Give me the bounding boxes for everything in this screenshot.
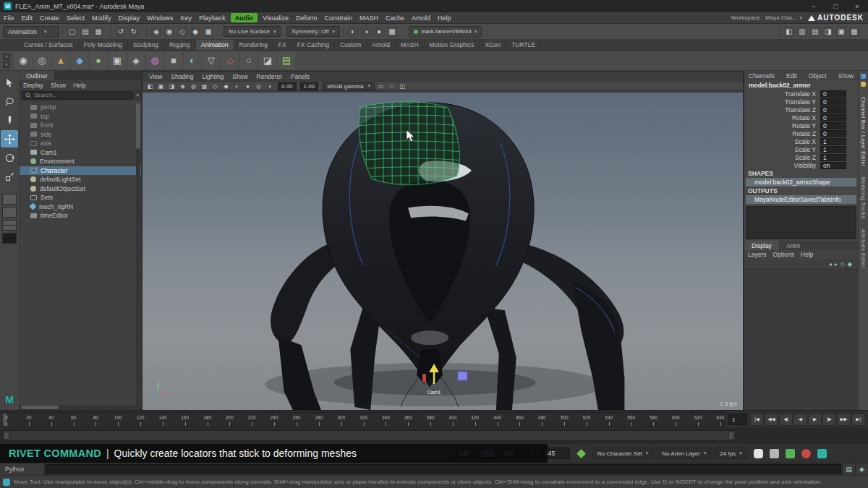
panel-tab-modeling-toolkit[interactable]: Modeling Toolkit (861, 177, 866, 219)
outliner-item-environment[interactable]: Environment (20, 157, 141, 166)
viewport-menu-renderer[interactable]: Renderer (253, 73, 286, 80)
lighting-icon[interactable]: ● (243, 83, 252, 90)
outliner-item-cam1[interactable]: Cam1 (20, 148, 141, 158)
tab-anim[interactable]: Anim (779, 241, 807, 250)
fps-selector[interactable]: 24 fps▾ (715, 448, 746, 459)
move-layer-up-icon[interactable]: ◂ (829, 261, 832, 267)
next-key-button[interactable]: ▶▶ (837, 414, 851, 426)
select-by-component-icon[interactable]: ◨ (167, 83, 176, 90)
wireframe-icon[interactable]: ◇ (210, 83, 220, 90)
snap-point-icon[interactable]: ◇ (176, 26, 188, 38)
layer-menu-options[interactable]: Options (773, 251, 794, 258)
outliner-menu-show[interactable]: Show (51, 82, 66, 89)
snap-grid-icon[interactable]: ◈ (150, 26, 162, 38)
viewport-canvas[interactable]: Cam1 2.8 fps (142, 93, 743, 411)
channel-rotate-y[interactable]: Rotate Y0 (744, 121, 858, 129)
shelf-icon-10[interactable]: ◐ (184, 52, 201, 69)
shelf-tab-sculpting[interactable]: Sculpting (128, 40, 164, 50)
menu-deform[interactable]: Deform (292, 12, 321, 23)
layer-list-area[interactable] (744, 269, 858, 410)
channel-visibility[interactable]: Visibilityon (744, 161, 858, 169)
redo-icon[interactable]: ↻ (128, 26, 140, 38)
camera-lock-icon[interactable]: ◍ (189, 83, 198, 90)
gamma-field[interactable]: 1.00 (300, 82, 319, 90)
shelf-menu-icon[interactable]: ▾ (3, 53, 10, 60)
time-slider-ruler[interactable]: 0204060801001201401601802002202402602803… (1, 412, 726, 427)
menu-arnold[interactable]: Arnold (408, 12, 434, 23)
shelf-tab-rigging[interactable]: Rigging (164, 40, 196, 50)
shelf-options-icon[interactable]: ▾ (3, 61, 10, 68)
channel-box-menu-channels[interactable]: Channels (749, 72, 775, 80)
menu-cache[interactable]: Cache (382, 12, 408, 23)
play-backwards-button[interactable]: ◀ (793, 414, 807, 426)
shelf-tab-mash[interactable]: MASH (396, 40, 425, 50)
layer-menu-layers[interactable]: Layers (748, 251, 767, 258)
menu-windows[interactable]: Windows (143, 12, 177, 23)
outliner-item-axis[interactable]: axis (20, 139, 141, 148)
select-tool[interactable] (1, 74, 18, 91)
preferences-hammer-icon[interactable] (770, 449, 779, 458)
shelf-icon-14[interactable]: ◪ (259, 52, 276, 69)
menu-edit[interactable]: Edit (18, 12, 37, 23)
shelf-icon-6[interactable]: ▣ (109, 52, 126, 69)
outliner-item-timeeditor[interactable]: timeEditor (20, 211, 141, 221)
panel-tab-attribute-editor[interactable]: Attribute Editor (861, 229, 866, 268)
viewport-menu-show[interactable]: Show (229, 73, 251, 80)
channel-scale-z[interactable]: Scale Z1 (744, 153, 858, 161)
viewport-menu-shading[interactable]: Shading (167, 73, 197, 80)
rotate-tool[interactable] (1, 149, 18, 166)
render-icon[interactable]: ◑ (360, 26, 372, 38)
outliner-item-side[interactable]: side (20, 130, 141, 140)
menu-constrain[interactable]: Constrain (321, 12, 357, 23)
channel-box-menu-object[interactable]: Object (809, 72, 827, 80)
snap-curve-icon[interactable]: ◉ (163, 26, 175, 38)
menu-visualize[interactable]: Visualize (259, 12, 292, 23)
shelf-icon-12[interactable]: ◇ (221, 52, 239, 69)
lasso-tool[interactable] (1, 93, 18, 110)
outliner-menu-display[interactable]: Display (23, 82, 43, 89)
command-history-icon[interactable]: ◈ (855, 463, 868, 475)
outliner-horizontal-scrollbar[interactable] (20, 405, 141, 410)
shelf-tab-turtle[interactable]: TURTLE (506, 40, 541, 50)
shelf-icon-1[interactable]: ◉ (14, 52, 32, 69)
shelf-tab-motion-graphics[interactable]: Motion Graphics (425, 40, 480, 50)
scale-tool[interactable] (1, 168, 18, 185)
snap-magnet-icon[interactable]: ◈ (178, 83, 187, 90)
search-input[interactable]: Search... (22, 91, 133, 100)
live-surface-field[interactable]: No Live Surface ▾ (224, 26, 281, 37)
new-layer-icon[interactable]: ◆ (848, 261, 852, 267)
menu-audio[interactable]: Audio (231, 13, 258, 22)
shelf-tab-xgen[interactable]: XGen (480, 40, 506, 50)
empty-layer-icon[interactable]: ◇ (841, 261, 845, 267)
layout-two-pane-button[interactable] (2, 207, 17, 218)
output-node-name[interactable]: MayaNodeEditorSavedTabsInfo (746, 195, 856, 204)
outliner-item-sets[interactable]: Sets (20, 193, 141, 202)
new-scene-icon[interactable]: ▢ (67, 26, 78, 38)
shelf-icon-9[interactable]: ■ (165, 52, 182, 69)
shelf-icon-13[interactable]: ○ (240, 52, 258, 69)
menu-modify[interactable]: Modify (88, 12, 115, 23)
shelf-icon-15[interactable]: ▤ (278, 52, 295, 69)
shelf-icon-7[interactable]: ◈ (127, 52, 145, 69)
command-input[interactable] (46, 464, 841, 474)
viewport-menu-panels[interactable]: Panels (287, 73, 313, 80)
attribute-editor-toggle-icon[interactable]: ▥ (796, 26, 808, 38)
shape-node-name[interactable]: model:back02_armorShape (746, 178, 856, 187)
outliner-item-defaultlightset[interactable]: defaultLightSet (20, 175, 141, 184)
channel-rotate-z[interactable]: Rotate Z0 (744, 129, 858, 137)
channel-scale-y[interactable]: Scale Y1 (744, 145, 858, 153)
character-set-selector[interactable]: No Character Set▾ (592, 448, 653, 459)
play-forwards-button[interactable]: ▶ (808, 414, 822, 426)
construction-history-icon[interactable]: ◐ (347, 26, 359, 38)
snap-view-plane-icon[interactable]: ◆ (190, 26, 201, 38)
xray-icon[interactable]: ◎ (254, 83, 263, 90)
animation-prefs-icon[interactable] (817, 449, 827, 458)
film-gate-icon[interactable]: □ (387, 83, 396, 90)
open-scene-icon[interactable]: ▤ (80, 26, 91, 38)
anim-layer-selector[interactable]: No Anim Layer▾ (657, 448, 711, 459)
make-live-icon[interactable]: ▣ (203, 26, 214, 38)
outliner-item-defaultobjectset[interactable]: defaultObjectSet (20, 184, 141, 194)
channel-box-menu-show[interactable]: Show (838, 72, 854, 80)
sidebar-toggle-icon[interactable]: ◧ (783, 26, 795, 38)
layout-four-pane-button[interactable] (2, 233, 17, 244)
